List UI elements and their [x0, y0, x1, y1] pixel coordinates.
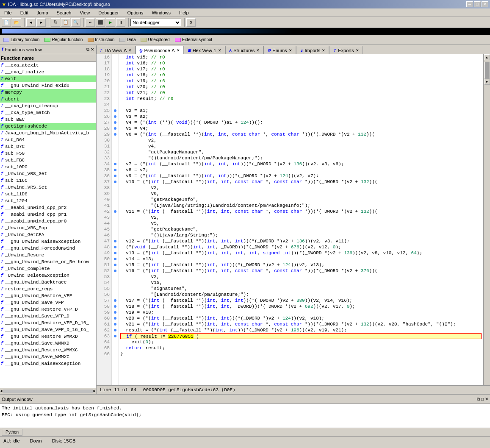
functions-list[interactable]: f__cxa_atexitf__cxa_finalizefexitf__gnu_…	[0, 62, 96, 388]
open-button[interactable]: 📂	[12, 18, 21, 27]
function-item[interactable]: fabort	[0, 96, 96, 103]
tab-close-btn[interactable]: ✕	[177, 48, 180, 53]
function-item[interactable]: fsub_FBC	[0, 157, 96, 164]
function-name: sub_F50	[5, 151, 25, 156]
tab-close-btn[interactable]: ✕	[218, 48, 221, 53]
function-item[interactable]: fsub_D64	[0, 136, 96, 143]
function-item[interactable]: f__gnu_Unwind_Backtrace	[0, 279, 96, 286]
minimize-button[interactable]: ─	[466, 1, 473, 7]
python-button[interactable]: Python	[2, 429, 22, 436]
functions-close-btn[interactable]: ✕	[91, 47, 94, 52]
scroll-thumb[interactable]	[484, 62, 490, 79]
search-button[interactable]: 🔍	[71, 18, 80, 27]
function-item[interactable]: f__gnu_Unwind_Restore_VFP_D	[0, 306, 96, 313]
tab-close-btn[interactable]: ✕	[289, 48, 292, 53]
output-close-btn[interactable]: ✕	[485, 397, 488, 402]
function-item[interactable]: f__gnu_Unwind_ForcedUnwind	[0, 245, 96, 252]
menu-windows[interactable]: Windows	[149, 9, 173, 16]
function-item[interactable]: f_Unwind_GetCFA	[0, 231, 96, 238]
scroll-up-btn[interactable]: ▲	[484, 54, 490, 60]
function-item[interactable]: fsub_F50	[0, 150, 96, 157]
function-item[interactable]: f__gnu_Unwind_Save_WMMXD	[0, 340, 96, 347]
function-item[interactable]: fsub_116C	[0, 177, 96, 184]
function-item[interactable]: f_Unwind_VRS_Get	[0, 170, 96, 177]
tab-ida-view-a[interactable]: fIDA View-A✕	[97, 46, 136, 54]
function-item[interactable]: fsub_1204	[0, 198, 96, 204]
function-item[interactable]: f_Unwind_VRS_Set	[0, 184, 96, 191]
output-maximize-btn[interactable]: □	[481, 397, 484, 402]
function-item[interactable]: f__gnu_Unwind_Save_WMMXC	[0, 353, 96, 360]
tab-imports[interactable]: ⤓Imports✕	[296, 46, 329, 54]
function-item[interactable]: f__aeabi_unwind_cpp_pr1	[0, 211, 96, 218]
scroll-down-btn[interactable]: ▼	[484, 79, 490, 85]
tab-close-btn[interactable]: ✕	[356, 48, 359, 53]
function-item[interactable]: f__cxa_begin_cleanup	[0, 103, 96, 109]
close-button[interactable]: ✕	[482, 1, 488, 7]
function-item[interactable]: fsub_BEC	[0, 116, 96, 123]
paste-button[interactable]: 📋	[61, 18, 70, 27]
menu-help[interactable]: Help	[177, 9, 191, 16]
functions-hscrollbar[interactable]: ◀ ▶	[0, 388, 96, 394]
function-item[interactable]: f__aeabi_unwind_cpp_pr0	[0, 218, 96, 225]
function-item[interactable]: fJava_com_bug_bt_MainActivity_b	[0, 130, 96, 136]
function-item[interactable]: fgetSignHashCode	[0, 123, 96, 130]
function-item[interactable]: f__gnu_Unwind_Resume_or_Rethrow	[0, 259, 96, 265]
function-item[interactable]: f__gnu_Unwind_Find_exidx	[0, 82, 96, 89]
function-item[interactable]: f__cxa_atexit	[0, 62, 96, 69]
tab-exports[interactable]: ⤒Exports✕	[329, 46, 363, 54]
vscrollbar[interactable]: ▲ ▼	[483, 54, 490, 385]
function-item[interactable]: f__gnu_Unwind_Restore_WMMXD	[0, 333, 96, 340]
new-button[interactable]: 📄	[2, 18, 11, 27]
function-item[interactable]: fsub_11D8	[0, 191, 96, 198]
function-item[interactable]: f__gnu_Unwind_Restore_VFP	[0, 292, 96, 299]
function-item[interactable]: f_Unwind_VRS_Pop	[0, 225, 96, 231]
function-item[interactable]: f__gnu_Unwind_RaiseException	[0, 238, 96, 245]
pause-button[interactable]: ⏸	[116, 18, 125, 27]
function-item[interactable]: fexit	[0, 75, 96, 82]
function-item[interactable]: f__gnu_Unwind_Restore_VFP_D_16_	[0, 320, 96, 326]
menu-search[interactable]: Search	[54, 9, 74, 16]
function-item[interactable]: frestore_core_regs	[0, 286, 96, 292]
menu-view[interactable]: View	[77, 9, 92, 16]
function-item[interactable]: f__gnu_Unwind_Restore_WMMXC	[0, 347, 96, 353]
hscroll-track[interactable]	[3, 390, 92, 393]
undo-button[interactable]: ↩	[86, 18, 95, 27]
function-item[interactable]: fsub_D7C	[0, 143, 96, 150]
tab-pseudocode-a[interactable]: {}Pseudocode-A✕	[136, 46, 183, 54]
menu-file[interactable]: File	[2, 9, 14, 16]
function-item[interactable]: f__gnu_Unwind_Save_VFP_D	[0, 313, 96, 320]
menu-jump[interactable]: Jump	[34, 9, 51, 16]
settings-button[interactable]: ⚙	[186, 18, 196, 27]
function-item[interactable]: f_Unwind_DeleteException	[0, 272, 96, 279]
output-detach-btn[interactable]: ⧉	[477, 397, 480, 402]
maximize-button[interactable]: □	[474, 1, 481, 7]
menu-options[interactable]: Options	[125, 9, 146, 16]
back-button[interactable]: ◀	[26, 18, 36, 27]
functions-detach-btn[interactable]: ⧉	[86, 47, 89, 52]
tab-enums[interactable]: ⚙Enums✕	[263, 46, 296, 54]
function-item[interactable]: f__gnu_Unwind_Save_VFP_D_16_to_	[0, 326, 96, 333]
debugger-select[interactable]: No debugger	[130, 19, 181, 26]
tab-close-btn[interactable]: ✕	[322, 48, 325, 53]
function-item[interactable]: f__cxa_finalize	[0, 69, 96, 75]
copy-button[interactable]: ⎘	[51, 18, 60, 27]
forward-button[interactable]: ▶	[36, 18, 46, 27]
function-item[interactable]: fmemcpy	[0, 89, 96, 96]
tab-close-btn[interactable]: ✕	[128, 48, 132, 53]
run-button[interactable]: ▶	[106, 18, 115, 27]
menu-debugger[interactable]: Debugger	[96, 9, 121, 16]
function-item[interactable]: fsub_10D0	[0, 164, 96, 170]
function-item[interactable]: f__gnu_Unwind_Save_VFP	[0, 299, 96, 306]
scroll-left-btn[interactable]: ◀	[0, 389, 2, 393]
tab-close-btn[interactable]: ✕	[256, 48, 260, 53]
menu-edit[interactable]: Edit	[18, 9, 31, 16]
tab-structures[interactable]: AStructures✕	[225, 46, 264, 54]
tab-hex-view-1[interactable]: ⊞Hex View-1✕	[184, 46, 225, 54]
function-item[interactable]: f__aeabi_unwind_cpp_pr2	[0, 204, 96, 211]
function-item[interactable]: f_Unwind_Resume	[0, 252, 96, 259]
function-item[interactable]: f__gnu_Unwind_RaiseException	[0, 360, 96, 367]
function-item[interactable]: f_Unwind_Complete	[0, 265, 96, 272]
scroll-right-btn[interactable]: ▶	[94, 389, 96, 393]
graph-button[interactable]: ⬛	[96, 18, 105, 27]
function-item[interactable]: f__cxa_type_match	[0, 109, 96, 116]
